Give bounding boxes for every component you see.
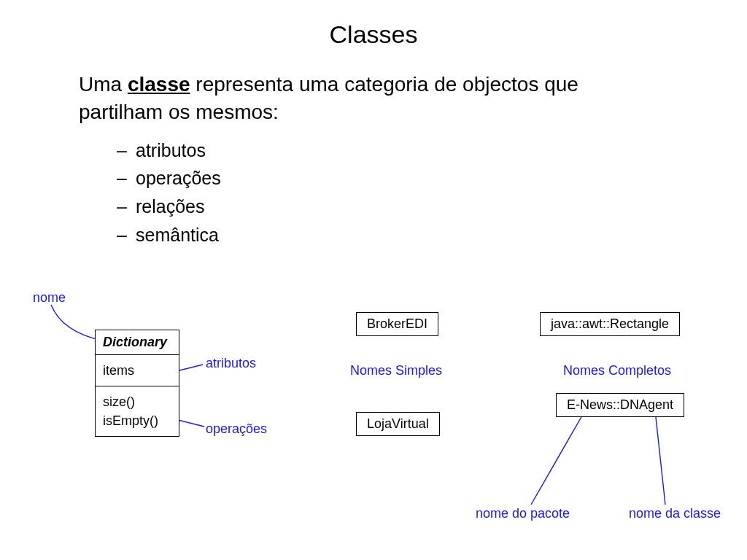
svg-point-0: [101, 338, 107, 343]
dash-icon: –: [117, 136, 127, 165]
annotation-nomes-simples: Nomes Simples: [350, 363, 442, 378]
class-box-broker: BrokerEDI: [356, 312, 438, 336]
list-item: –atributos: [117, 136, 747, 165]
bullet-text: operações: [136, 164, 221, 192]
uml-class-box: Dictionary items size() isEmpty(): [95, 330, 179, 437]
svg-point-1: [171, 370, 177, 375]
dash-icon: –: [117, 221, 127, 249]
uml-attributes-section: items: [96, 355, 179, 386]
bullet-list: –atributos –operações –relações –semânti…: [117, 136, 747, 249]
annotation-operacoes: operações: [206, 421, 267, 437]
annotation-nome-classe: nome da classe: [629, 506, 721, 521]
uml-attribute: items: [103, 361, 171, 380]
list-item: –semântica: [117, 221, 747, 249]
class-box-dnagent: E-News::DNAgent: [556, 393, 684, 417]
list-item: –operações: [117, 164, 747, 192]
bullet-text: semântica: [136, 221, 219, 249]
class-box-loja: LojaVirtual: [356, 412, 440, 436]
annotation-nome-pacote: nome do pacote: [476, 506, 570, 521]
bullet-text: relações: [136, 192, 205, 221]
dash-icon: –: [117, 164, 127, 192]
dash-icon: –: [117, 192, 127, 221]
svg-point-4: [653, 408, 658, 413]
annotation-atributos: atributos: [206, 356, 256, 371]
uml-operation: isEmpty(): [103, 411, 171, 430]
svg-point-3: [583, 408, 588, 413]
annotation-nomes-completos: Nomes Completos: [563, 363, 671, 378]
uml-operations-section: size() isEmpty(): [96, 386, 179, 436]
annotation-nome: nome: [33, 290, 66, 306]
list-item: –relações: [117, 192, 747, 221]
bullet-text: atributos: [136, 136, 206, 165]
lead-keyword: classe: [128, 73, 190, 96]
lead-paragraph: Uma classe representa uma categoria de o…: [79, 71, 633, 126]
page-title: Classes: [0, 0, 747, 49]
uml-class-name: Dictionary: [96, 330, 179, 355]
lead-pre: Uma: [79, 73, 128, 96]
class-box-rectangle: java::awt::Rectangle: [540, 312, 680, 336]
uml-operation: size(): [103, 392, 171, 411]
svg-point-2: [173, 417, 178, 422]
